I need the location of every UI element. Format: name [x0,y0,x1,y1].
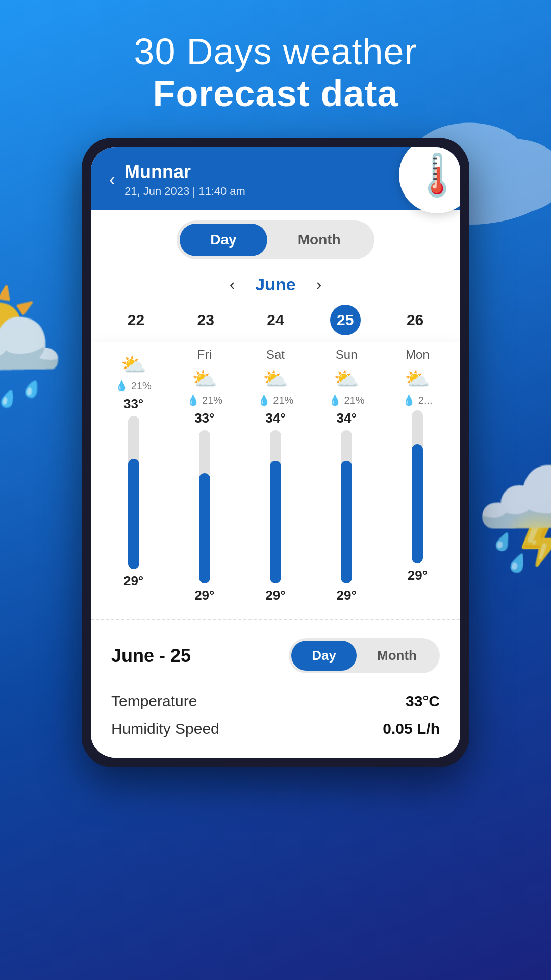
bottom-tab-month[interactable]: Month [357,641,437,671]
weather-icon-22: ⛅ [100,353,167,377]
temperature-label: Temperature [111,693,197,710]
title-line2: Forecast data [0,72,551,114]
tab-day[interactable]: Day [180,224,267,256]
month-label: June [255,275,295,295]
weather-card-sun: Sun ⛅ 💧 21% 34° 29° [311,342,382,608]
temperature-row: Temperature 33°C [111,688,440,715]
rain-fri: 💧 21% [171,394,238,406]
rain-22: 💧 21% [100,380,167,392]
thermometer-icon: 🌡️ [399,147,460,213]
title-line1: 30 Days weather [0,31,551,72]
bottom-tab-day[interactable]: Day [291,641,357,671]
weather-icon-sat: ⛅ [242,367,309,391]
weather-icon-mon: ⛅ [384,367,451,391]
title-section: 30 Days weather Forecast data [0,0,551,130]
prev-month-button[interactable]: ‹ [230,275,235,294]
day-name-sat: Sat [242,348,309,362]
temp-low-sun: 29° [313,587,380,603]
next-month-button[interactable]: › [316,275,322,294]
temp-low-mon: 29° [384,568,451,583]
weather-card-22: ⛅ 💧 21% 33° 29° [98,342,169,608]
wind-label: Humidity Speed [111,720,219,738]
day-name-fri: Fri [171,348,238,362]
day-25[interactable]: 25 [310,305,380,335]
wind-row: Humidity Speed 0.05 L/h [111,715,440,743]
temp-high-fri: 33° [171,410,238,426]
days-row: 22 23 24 25 26 [91,300,460,342]
weather-card-sat: Sat ⛅ 💧 21% 34° 29° [240,342,311,608]
phone-mockup: ‹ Munnar 21, Jun 2023 | 11:40 am 🌡️ Day … [82,138,469,767]
temp-high-sat: 34° [242,410,309,426]
temperature-value: 33°C [406,693,440,710]
bottom-date: June - 25 [111,645,191,667]
rain-sun: 💧 21% [313,394,380,406]
day-name-mon: Mon [384,348,451,362]
wind-value: 0.05 L/h [383,720,440,738]
weather-icon-fri: ⛅ [171,367,238,391]
weather-card-mon: Mon ⛅ 💧 2... 29° [382,342,453,608]
weather-icon-sun: ⛅ [313,367,380,391]
temp-low-sat: 29° [242,587,309,603]
temp-high-sun: 34° [313,410,380,426]
day-name-sun: Sun [313,348,380,362]
bottom-header: June - 25 Day Month [111,638,440,673]
day-26[interactable]: 26 [380,305,450,335]
weather-card-fri: Fri ⛅ 💧 21% 33° 29° [169,342,240,608]
temp-high-22: 33° [100,396,167,412]
rain-sat: 💧 21% [242,394,309,406]
weather-cards: ⛅ 💧 21% 33° 29° Fri ⛅ 💧 21% 33° [91,342,460,619]
app-header: ‹ Munnar 21, Jun 2023 | 11:40 am 🌡️ [91,147,460,210]
rain-mon: 💧 2... [384,394,451,406]
day-23[interactable]: 23 [171,305,241,335]
day-22[interactable]: 22 [101,305,171,335]
day-24[interactable]: 24 [241,305,311,335]
location-name: Munnar [124,161,442,183]
month-navigation: ‹ June › [91,264,460,300]
back-button[interactable]: ‹ [109,169,115,190]
tab-month[interactable]: Month [267,224,371,256]
tab-bar: Day Month [91,210,460,264]
temp-low-22: 29° [100,573,167,589]
location-date: 21, Jun 2023 | 11:40 am [124,185,442,198]
temp-low-fri: 29° [171,587,238,603]
